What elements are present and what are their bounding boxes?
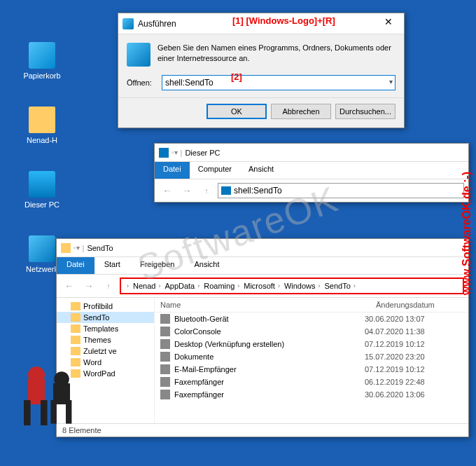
nav-up[interactable]: ↑ [198, 182, 215, 199]
column-date[interactable]: Änderungsdatum [370, 298, 468, 312]
svg-rect-3 [41, 400, 48, 425]
file-icon [160, 390, 170, 399]
close-button[interactable]: ✕ [377, 16, 400, 32]
watermark-figure [7, 354, 91, 438]
nav-back[interactable]: ← [159, 182, 176, 199]
label: Papierkorb [21, 71, 63, 80]
folder-icon [61, 243, 71, 253]
tab-share[interactable]: Freigeben [130, 257, 185, 274]
desktop-icon-pc[interactable]: Dieser PC [21, 171, 63, 209]
folder-icon [71, 324, 80, 333]
desktop-icon-user[interactable]: Nenad-H [21, 107, 63, 144]
run-description: Geben Sie den Namen eines Programms, Ord… [158, 43, 396, 67]
chevron-down-icon[interactable]: ▾ [389, 78, 393, 85]
breadcrumb[interactable]: Microsoft› [244, 282, 283, 290]
file-icon [160, 339, 170, 349]
pc-icon [29, 171, 55, 198]
open-label: Öffnen: [127, 78, 162, 87]
run-icon [122, 18, 134, 29]
tab-file[interactable]: Datei [155, 162, 190, 179]
breadcrumb[interactable]: Windows› [284, 282, 323, 290]
breadcrumb[interactable]: AppData› [164, 282, 202, 290]
tree-node[interactable]: Templates [57, 323, 154, 334]
open-input[interactable] [162, 75, 396, 90]
tab-computer[interactable]: Computer [190, 162, 240, 179]
file-row[interactable]: Bluetooth-Gerät30.06.2020 13:07 [155, 313, 468, 325]
nav-back[interactable]: ← [61, 277, 78, 294]
run-dialog: Ausführen ✕ Geben Sie den Namen eines Pr… [118, 13, 405, 128]
window-title: Dieser PC [185, 149, 220, 157]
status-bar: 8 Elemente [57, 423, 468, 437]
file-icon [160, 352, 170, 362]
file-list: Name Änderungsdatum Bluetooth-Gerät30.06… [155, 298, 468, 423]
file-row[interactable]: Dokumente15.07.2020 23:20 [155, 350, 468, 363]
tree-node[interactable]: Themes [57, 334, 154, 345]
address-bar[interactable]: shell:SendTo [218, 183, 464, 198]
explorer-address-window: ▫ ▾ | Dieser PC Datei Computer Ansicht ←… [154, 143, 469, 203]
address-text: shell:SendTo [234, 186, 282, 196]
tab-view[interactable]: Ansicht [184, 257, 229, 274]
svg-rect-2 [24, 400, 31, 425]
folder-icon [71, 302, 80, 310]
user-folder-icon [29, 107, 55, 133]
file-row[interactable]: Faxempfänger06.12.2019 22:48 [155, 376, 468, 388]
file-icon [160, 327, 170, 336]
pc-icon [159, 148, 169, 158]
svg-rect-7 [66, 400, 71, 424]
folder-icon [71, 336, 80, 344]
nav-forward[interactable]: → [178, 182, 195, 199]
column-name[interactable]: Name [155, 298, 370, 312]
address-bar[interactable]: ›Nenad›AppData›Roaming›Microsoft›Windows… [120, 277, 464, 294]
annotation-2: [2] [231, 71, 242, 82]
tab-view[interactable]: Ansicht [240, 162, 282, 179]
file-row[interactable]: Desktop (Verknüpfung erstellen)07.12.201… [155, 338, 468, 350]
explorer-sendto-window: ▫ ▾ | SendTo Datei Start Freigeben Ansic… [56, 238, 469, 437]
file-row[interactable]: ColorConsole04.07.2020 11:38 [155, 325, 468, 338]
folder-icon [71, 313, 80, 322]
window-title: SendTo [87, 244, 113, 252]
desktop-icon-recycle[interactable]: Papierkorb [21, 42, 63, 80]
file-row[interactable]: E-Mail-Empfänger07.12.2019 10:12 [155, 363, 468, 376]
tab-file[interactable]: Datei [57, 257, 94, 274]
label: Dieser PC [21, 200, 63, 209]
file-row[interactable]: Faxempfänger30.06.2020 13:06 [155, 388, 468, 401]
recycle-icon [29, 42, 55, 69]
breadcrumb[interactable]: SendTo› [325, 282, 358, 290]
svg-rect-6 [50, 400, 56, 424]
browse-button[interactable]: Durchsuchen... [335, 104, 396, 119]
file-icon [160, 364, 170, 374]
breadcrumb[interactable]: Roaming› [204, 282, 242, 290]
tree-node[interactable]: SendTo [57, 312, 154, 323]
cancel-button[interactable]: Abbrechen [271, 104, 331, 119]
nav-up[interactable]: ↑ [100, 277, 117, 294]
file-icon [160, 377, 170, 387]
titlebar[interactable]: ▫ ▾ | Dieser PC [155, 144, 468, 162]
breadcrumb[interactable]: Nenad› [133, 282, 163, 290]
nav-forward[interactable]: → [80, 277, 97, 294]
tab-start[interactable]: Start [94, 257, 130, 274]
file-icon [160, 314, 170, 324]
annotation-1: [1] [Windows-Logo]+[R] [232, 15, 335, 26]
run-icon [127, 43, 150, 67]
label: Nenad-H [21, 136, 63, 144]
pc-icon [221, 186, 231, 195]
network-icon [29, 235, 55, 262]
ok-button[interactable]: OK [206, 104, 267, 119]
tree-node[interactable]: Profilbild [57, 301, 154, 312]
titlebar[interactable]: ▫ ▾ | SendTo [57, 239, 468, 257]
watermark-side: www.SoftwareOK.de :-) [461, 171, 473, 294]
